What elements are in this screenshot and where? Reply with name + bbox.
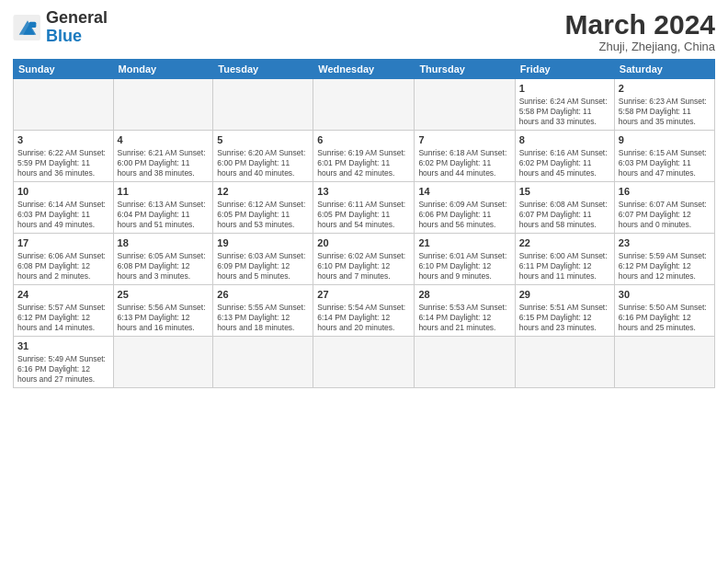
- calendar-cell: 3Sunrise: 6:22 AM Sunset: 5:59 PM Daylig…: [14, 130, 114, 181]
- logo-text: GeneralBlue: [46, 9, 108, 46]
- day-number: 29: [519, 288, 610, 302]
- day-info: Sunrise: 6:16 AM Sunset: 6:02 PM Dayligh…: [519, 148, 610, 178]
- col-monday: Monday: [113, 60, 213, 79]
- calendar-cell: [313, 336, 415, 387]
- calendar-cell: [515, 336, 614, 387]
- day-number: 20: [317, 236, 410, 250]
- day-info: Sunrise: 6:21 AM Sunset: 6:00 PM Dayligh…: [118, 148, 210, 178]
- day-number: 24: [17, 288, 109, 302]
- day-number: 15: [519, 185, 610, 199]
- day-number: 9: [619, 133, 711, 147]
- day-info: Sunrise: 6:14 AM Sunset: 6:03 PM Dayligh…: [17, 200, 109, 230]
- calendar-cell: 24Sunrise: 5:57 AM Sunset: 6:12 PM Dayli…: [14, 284, 114, 336]
- calendar: Sunday Monday Tuesday Wednesday Thursday…: [13, 59, 715, 388]
- calendar-cell: 10Sunrise: 6:14 AM Sunset: 6:03 PM Dayli…: [14, 181, 114, 233]
- calendar-cell: 17Sunrise: 6:06 AM Sunset: 6:08 PM Dayli…: [14, 233, 114, 284]
- day-number: 5: [217, 133, 309, 147]
- day-number: 14: [418, 185, 510, 199]
- calendar-cell: [113, 79, 213, 131]
- col-friday: Friday: [515, 60, 614, 79]
- day-number: 13: [317, 185, 410, 199]
- day-info: Sunrise: 6:06 AM Sunset: 6:08 PM Dayligh…: [17, 251, 109, 282]
- day-number: 6: [317, 133, 410, 147]
- day-number: 19: [217, 236, 309, 250]
- calendar-cell: [415, 79, 515, 131]
- calendar-cell: 21Sunrise: 6:01 AM Sunset: 6:10 PM Dayli…: [415, 233, 515, 284]
- day-info: Sunrise: 6:22 AM Sunset: 5:59 PM Dayligh…: [17, 148, 109, 178]
- svg-rect-3: [29, 22, 37, 28]
- col-sunday: Sunday: [14, 60, 114, 79]
- day-number: 10: [17, 185, 109, 199]
- sub-title: Zhuji, Zhejiang, China: [565, 40, 715, 53]
- calendar-cell: 4Sunrise: 6:21 AM Sunset: 6:00 PM Daylig…: [113, 130, 213, 181]
- day-info: Sunrise: 5:54 AM Sunset: 6:14 PM Dayligh…: [317, 303, 410, 333]
- calendar-cell: 20Sunrise: 6:02 AM Sunset: 6:10 PM Dayli…: [313, 233, 415, 284]
- day-number: 11: [118, 185, 210, 199]
- day-info: Sunrise: 6:02 AM Sunset: 6:10 PM Dayligh…: [317, 251, 410, 282]
- day-info: Sunrise: 5:53 AM Sunset: 6:14 PM Dayligh…: [418, 303, 510, 333]
- calendar-cell: 18Sunrise: 6:05 AM Sunset: 6:08 PM Dayli…: [113, 233, 213, 284]
- col-wednesday: Wednesday: [313, 60, 415, 79]
- day-number: 3: [17, 133, 109, 147]
- day-info: Sunrise: 6:05 AM Sunset: 6:08 PM Dayligh…: [118, 251, 210, 282]
- calendar-cell: 26Sunrise: 5:55 AM Sunset: 6:13 PM Dayli…: [213, 284, 313, 336]
- day-number: 27: [317, 288, 410, 302]
- calendar-cell: [113, 336, 213, 387]
- calendar-cell: 16Sunrise: 6:07 AM Sunset: 6:07 PM Dayli…: [614, 181, 714, 233]
- calendar-cell: 19Sunrise: 6:03 AM Sunset: 6:09 PM Dayli…: [213, 233, 313, 284]
- calendar-cell: 5Sunrise: 6:20 AM Sunset: 6:00 PM Daylig…: [213, 130, 313, 181]
- day-number: 22: [519, 236, 610, 250]
- calendar-cell: 9Sunrise: 6:15 AM Sunset: 6:03 PM Daylig…: [614, 130, 714, 181]
- day-number: 1: [519, 82, 610, 96]
- day-info: Sunrise: 5:59 AM Sunset: 6:12 PM Dayligh…: [619, 251, 711, 282]
- calendar-cell: 31Sunrise: 5:49 AM Sunset: 6:16 PM Dayli…: [14, 336, 114, 387]
- day-info: Sunrise: 6:18 AM Sunset: 6:02 PM Dayligh…: [418, 148, 510, 178]
- calendar-cell: 27Sunrise: 5:54 AM Sunset: 6:14 PM Dayli…: [313, 284, 415, 336]
- day-info: Sunrise: 5:49 AM Sunset: 6:16 PM Dayligh…: [17, 354, 109, 385]
- page: GeneralBlue March 2024 Zhuji, Zhejiang, …: [0, 0, 728, 563]
- day-number: 8: [519, 133, 610, 147]
- day-info: Sunrise: 6:23 AM Sunset: 5:58 PM Dayligh…: [619, 97, 711, 127]
- day-number: 17: [17, 236, 109, 250]
- day-info: Sunrise: 6:03 AM Sunset: 6:09 PM Dayligh…: [217, 251, 309, 282]
- calendar-cell: 22Sunrise: 6:00 AM Sunset: 6:11 PM Dayli…: [515, 233, 614, 284]
- calendar-cell: [415, 336, 515, 387]
- logo: GeneralBlue: [13, 9, 108, 46]
- general-blue-logo-icon: [13, 15, 42, 40]
- calendar-cell: 29Sunrise: 5:51 AM Sunset: 6:15 PM Dayli…: [515, 284, 614, 336]
- calendar-header-row: Sunday Monday Tuesday Wednesday Thursday…: [14, 60, 715, 79]
- day-info: Sunrise: 6:12 AM Sunset: 6:05 PM Dayligh…: [217, 200, 309, 230]
- calendar-cell: 11Sunrise: 6:13 AM Sunset: 6:04 PM Dayli…: [113, 181, 213, 233]
- day-info: Sunrise: 6:24 AM Sunset: 5:58 PM Dayligh…: [519, 97, 610, 127]
- day-number: 16: [619, 185, 711, 199]
- day-number: 28: [418, 288, 510, 302]
- calendar-cell: 15Sunrise: 6:08 AM Sunset: 6:07 PM Dayli…: [515, 181, 614, 233]
- calendar-cell: [614, 336, 714, 387]
- main-title: March 2024: [565, 9, 715, 40]
- col-thursday: Thursday: [415, 60, 515, 79]
- day-info: Sunrise: 5:51 AM Sunset: 6:15 PM Dayligh…: [519, 303, 610, 333]
- calendar-cell: 1Sunrise: 6:24 AM Sunset: 5:58 PM Daylig…: [515, 79, 614, 131]
- calendar-cell: 12Sunrise: 6:12 AM Sunset: 6:05 PM Dayli…: [213, 181, 313, 233]
- day-info: Sunrise: 6:01 AM Sunset: 6:10 PM Dayligh…: [418, 251, 510, 282]
- day-info: Sunrise: 6:08 AM Sunset: 6:07 PM Dayligh…: [519, 200, 610, 230]
- calendar-cell: 28Sunrise: 5:53 AM Sunset: 6:14 PM Dayli…: [415, 284, 515, 336]
- day-number: 30: [619, 288, 711, 302]
- day-number: 21: [418, 236, 510, 250]
- day-info: Sunrise: 6:13 AM Sunset: 6:04 PM Dayligh…: [118, 200, 210, 230]
- calendar-cell: 6Sunrise: 6:19 AM Sunset: 6:01 PM Daylig…: [313, 130, 415, 181]
- day-number: 7: [418, 133, 510, 147]
- calendar-cell: [14, 79, 114, 131]
- day-number: 2: [619, 82, 711, 96]
- day-number: 25: [118, 288, 210, 302]
- calendar-cell: 8Sunrise: 6:16 AM Sunset: 6:02 PM Daylig…: [515, 130, 614, 181]
- day-info: Sunrise: 6:20 AM Sunset: 6:00 PM Dayligh…: [217, 148, 309, 178]
- day-number: 31: [17, 339, 109, 353]
- day-number: 4: [118, 133, 210, 147]
- calendar-cell: 7Sunrise: 6:18 AM Sunset: 6:02 PM Daylig…: [415, 130, 515, 181]
- day-number: 12: [217, 185, 309, 199]
- calendar-cell: 25Sunrise: 5:56 AM Sunset: 6:13 PM Dayli…: [113, 284, 213, 336]
- day-info: Sunrise: 5:57 AM Sunset: 6:12 PM Dayligh…: [17, 303, 109, 333]
- header: GeneralBlue March 2024 Zhuji, Zhejiang, …: [13, 9, 715, 53]
- day-number: 23: [619, 236, 711, 250]
